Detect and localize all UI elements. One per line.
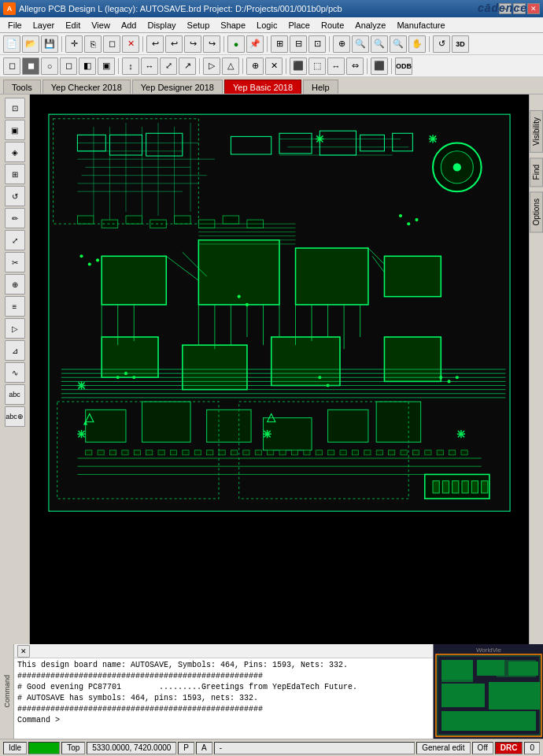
tb2-btn-5[interactable]: ◧	[79, 57, 96, 75]
tb2-btn-4[interactable]: ◻	[60, 57, 77, 75]
visibility-tab[interactable]: Visibility	[530, 110, 543, 153]
undo-button[interactable]: ↩	[146, 35, 164, 53]
svg-rect-67	[352, 450, 358, 455]
sidebar-btn-12[interactable]: ⊿	[5, 340, 25, 361]
tb2-btn-16[interactable]: ⬚	[308, 57, 326, 75]
find-tab[interactable]: Find	[530, 158, 543, 187]
tb2-btn-20[interactable]: ODB	[395, 57, 412, 75]
sidebar-btn-13[interactable]: ∿	[5, 362, 25, 383]
svg-rect-66	[340, 450, 346, 455]
sidebar-btn-15[interactable]: abc⊕	[5, 406, 25, 427]
pan-button[interactable]: ✋	[408, 35, 426, 53]
sidebar-btn-11[interactable]: ▷	[5, 318, 25, 339]
tb2-btn-12[interactable]: △	[222, 57, 239, 75]
tab-help[interactable]: Help	[303, 80, 338, 94]
redo-button[interactable]: ↪	[184, 35, 201, 53]
undo2-button[interactable]: ↩	[165, 35, 183, 53]
zoom-in-button[interactable]: 🔍	[352, 35, 369, 53]
redo2-button[interactable]: ↪	[203, 35, 220, 53]
svg-rect-23	[102, 337, 158, 377]
tab-tools[interactable]: Tools	[3, 80, 41, 94]
tb2-btn-15[interactable]: ⬛	[290, 57, 307, 75]
highlight-button[interactable]: ◻	[103, 35, 120, 53]
grid-button[interactable]: ⊞	[271, 35, 288, 53]
tb2-btn-19[interactable]: ⬛	[371, 57, 388, 75]
3d-button[interactable]: 3D	[452, 35, 469, 53]
sidebar-btn-5[interactable]: ↺	[5, 186, 25, 206]
menu-place[interactable]: Place	[283, 18, 315, 32]
console-close-btn[interactable]: ✕	[17, 645, 30, 658]
svg-rect-72	[412, 450, 419, 455]
tab-yep-designer[interactable]: Yep Designer 2018	[132, 80, 223, 94]
sidebar-btn-14[interactable]: abc	[5, 384, 25, 405]
tb2-btn-13[interactable]: ⊕	[246, 57, 264, 75]
grid2-button[interactable]: ⊟	[290, 35, 307, 53]
menu-file[interactable]: File	[3, 18, 27, 32]
sidebar-btn-4[interactable]: ⊞	[5, 164, 25, 184]
menu-view[interactable]: View	[87, 18, 115, 32]
svg-rect-28	[86, 410, 126, 442]
tb2-btn-3[interactable]: ○	[41, 57, 58, 75]
right-panel: Visibility Find Options	[529, 94, 543, 644]
tb2-btn-10[interactable]: ↗	[179, 57, 196, 75]
svg-rect-24	[183, 345, 247, 389]
zoom-area-button[interactable]: ⊕	[333, 35, 350, 53]
menu-shape[interactable]: Shape	[216, 18, 250, 32]
svg-rect-49	[134, 450, 140, 455]
refresh-button[interactable]: ↺	[433, 35, 450, 53]
sidebar-btn-10[interactable]: ≡	[5, 296, 25, 317]
sidebar-btn-1[interactable]: ⊡	[5, 98, 25, 118]
sidebar-btn-3[interactable]: ◈	[5, 142, 25, 162]
sidebar-btn-6[interactable]: ✏	[5, 208, 25, 228]
tb2-btn-17[interactable]: ↔	[327, 57, 345, 75]
tb2-btn-7[interactable]: ↕	[122, 57, 139, 75]
menu-layer[interactable]: Layer	[28, 18, 60, 32]
menu-setup[interactable]: Setup	[183, 18, 215, 32]
menu-route[interactable]: Route	[316, 18, 349, 32]
close-button[interactable]: ✕	[527, 3, 540, 14]
layer-status: Top	[61, 742, 85, 754]
snap-button[interactable]: ✛	[65, 35, 83, 53]
tb2-btn-6[interactable]: ▣	[98, 57, 115, 75]
menu-logic[interactable]: Logic	[252, 18, 282, 32]
pin-button[interactable]: 📌	[246, 35, 264, 53]
svg-rect-53	[183, 450, 189, 455]
menu-display[interactable]: Display	[142, 18, 180, 32]
save-button[interactable]: 💾	[41, 35, 58, 53]
tb2-btn-8[interactable]: ↔	[141, 57, 158, 75]
tab-yep-checker[interactable]: Yep Checker 2018	[42, 80, 131, 94]
menu-analyze[interactable]: Analyze	[350, 18, 390, 32]
sep2-6	[391, 58, 392, 74]
tb2-btn-11[interactable]: ▷	[203, 57, 220, 75]
sidebar-btn-9[interactable]: ⊕	[5, 274, 25, 295]
unit1-status: P	[178, 742, 194, 754]
options-tab[interactable]: Options	[530, 191, 543, 232]
sidebar-btn-8[interactable]: ✂	[5, 252, 25, 272]
pcb-design-view: ▲	[30, 94, 529, 644]
svg-point-98	[79, 254, 83, 258]
zoom-out-button[interactable]: 🔍	[371, 35, 388, 53]
open-button[interactable]: 📂	[22, 35, 39, 53]
menu-edit[interactable]: Edit	[61, 18, 85, 32]
tb2-btn-14[interactable]: ✕	[265, 57, 283, 75]
zoom-fit-button[interactable]: ⊡	[308, 35, 326, 53]
menu-manufacture[interactable]: Manufacture	[392, 18, 449, 32]
sidebar-btn-2[interactable]: ▣	[5, 120, 25, 140]
svg-rect-61	[279, 450, 286, 455]
pcb-canvas-area[interactable]: ▲	[30, 94, 529, 644]
copy-button[interactable]: ⎘	[84, 35, 102, 53]
tb2-btn-18[interactable]: ⇔	[346, 57, 364, 75]
zoom-prev-button[interactable]: 🔍	[390, 35, 407, 53]
tab-yep-basic[interactable]: Yep Basic 2018	[224, 80, 301, 94]
tb2-btn-1[interactable]: ◻	[3, 57, 20, 75]
svg-rect-54	[194, 450, 201, 455]
tb2-btn-9[interactable]: ⤢	[160, 57, 177, 75]
delete-button[interactable]: ✕	[122, 35, 139, 53]
run-button[interactable]: ●	[227, 35, 245, 53]
svg-point-103	[415, 218, 418, 221]
new-button[interactable]: 📄	[3, 35, 20, 53]
menu-add[interactable]: Add	[116, 18, 142, 32]
svg-rect-55	[207, 450, 213, 455]
sidebar-btn-7[interactable]: ⤢	[5, 230, 25, 250]
tb2-btn-2[interactable]: ◼	[22, 57, 39, 75]
